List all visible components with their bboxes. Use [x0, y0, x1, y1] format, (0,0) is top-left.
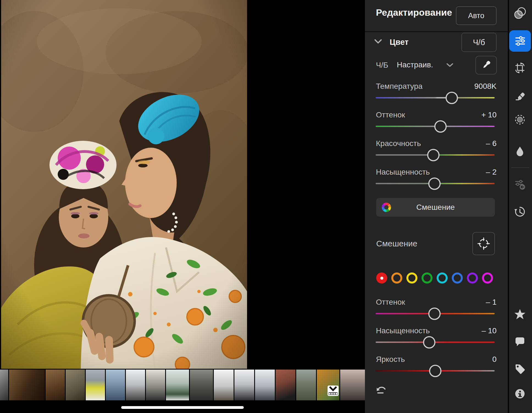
mix-color-blue[interactable]: [452, 272, 463, 283]
blur-droplet-icon[interactable]: [514, 145, 526, 157]
filmstrip-thumb-camo-hunter[interactable]: [296, 370, 316, 400]
app-window: Редактирование Авто Цвет Ч/б Ч/Б Настраи…: [0, 0, 532, 413]
filmstrip-thumb-blonde-woman[interactable]: [46, 370, 65, 400]
masking-icon[interactable]: [514, 114, 526, 126]
slider-knob[interactable]: [429, 365, 441, 377]
slider-track[interactable]: [376, 313, 495, 314]
slider-knob[interactable]: [428, 177, 441, 190]
rail-divider-line: [511, 167, 530, 168]
comment-icon[interactable]: [514, 335, 526, 347]
filmstrip-thumb-black-fur-snow[interactable]: [234, 370, 254, 400]
mix-color-red[interactable]: [376, 272, 387, 283]
slider-track[interactable]: [376, 370, 495, 371]
slider-knob[interactable]: [446, 92, 458, 104]
slider-label: Яркость: [376, 355, 405, 364]
copy-settings-icon-disabled: [514, 178, 526, 190]
color-mix-button[interactable]: Смешение: [376, 198, 495, 217]
slider-track[interactable]: [376, 342, 495, 343]
slider-tint: Оттенок+ 10: [365, 108, 508, 136]
slider-value: – 10: [482, 326, 497, 335]
target-icon: [477, 237, 490, 250]
slider-knob[interactable]: [427, 149, 440, 161]
slider-label: Оттенок: [376, 111, 405, 119]
mix-color-orange[interactable]: [391, 272, 402, 283]
slider-luminance: Яркость0: [365, 352, 508, 381]
header-divider: [365, 31, 508, 32]
tool-rail: [509, 0, 532, 413]
thumbnail-sync-badge: [328, 386, 339, 396]
selected-color-indicator: [380, 277, 383, 280]
color-mix-button-label: Смешение: [416, 203, 455, 212]
slider-hue: Оттенок– 1: [365, 295, 508, 324]
tag-icon[interactable]: [514, 363, 526, 375]
slider-knob[interactable]: [434, 120, 447, 133]
slider-label: Оттенок: [376, 298, 405, 307]
star-rating-icon[interactable]: [514, 308, 526, 320]
mix-sliders: Оттенок– 1Насыщенность– 10Яркость0: [365, 295, 508, 381]
filmstrip-thumb-winter-dark-partial[interactable]: [340, 370, 365, 400]
filmstrip-thumb-fur-coat-snow[interactable]: [126, 370, 145, 400]
main-photo[interactable]: [1, 0, 247, 369]
filmstrip-thumb-sepia-couple[interactable]: [9, 370, 45, 400]
filmstrip-thumb-snow-portrait[interactable]: [255, 370, 275, 400]
mix-color-cyan[interactable]: [437, 272, 448, 283]
auto-button[interactable]: Авто: [456, 6, 497, 25]
bw-profile-value[interactable]: Настраив.: [397, 60, 433, 69]
eyedropper-icon: [481, 60, 491, 70]
slider-value: 0: [492, 355, 497, 364]
slider-value: 9008K: [474, 82, 497, 91]
slider-knob[interactable]: [423, 336, 435, 348]
filmstrip-thumb-captain-stripes[interactable]: [106, 370, 125, 400]
slider-mix-saturation: Насыщенность– 10: [365, 324, 508, 352]
bw-toggle-button[interactable]: Ч/б: [461, 33, 497, 52]
slider-label: Насыщенность: [376, 326, 430, 335]
mix-section-title: Смешение: [376, 239, 417, 248]
mix-color-magenta[interactable]: [482, 272, 493, 283]
info-icon[interactable]: [514, 388, 526, 400]
filmstrip-thumb-turtleneck-brick[interactable]: [276, 370, 295, 400]
slider-value: – 1: [486, 298, 497, 307]
eyedropper-button[interactable]: [475, 56, 497, 75]
color-sliders: Температура9008KОттенок+ 10Красочность– …: [365, 79, 508, 194]
slider-knob[interactable]: [428, 307, 441, 320]
filmstrip-thumb-policeman-vest[interactable]: [86, 370, 105, 400]
filmstrip-thumb-man-with-cat[interactable]: [66, 370, 85, 400]
filmstrip-thumb-bw-portrait[interactable]: [0, 370, 8, 400]
filmstrip-thumb-fur-hat-snow[interactable]: [214, 370, 234, 400]
slider-track[interactable]: [376, 126, 495, 127]
mix-color-green[interactable]: [422, 272, 433, 283]
slider-label: Насыщенность: [376, 168, 430, 177]
slider-label: Красочность: [376, 139, 421, 148]
adjust-sliders-icon: [514, 35, 527, 47]
mix-color-yellow[interactable]: [406, 272, 417, 283]
mix-color-dots: [376, 272, 493, 283]
targeted-adjustment-button[interactable]: [472, 232, 495, 255]
edit-panel: Редактирование Авто Цвет Ч/б Ч/Б Настраи…: [365, 0, 508, 413]
edit-adjust-tool-active[interactable]: [509, 30, 531, 52]
section-collapse-chevron-icon[interactable]: [374, 39, 382, 44]
home-indicator[interactable]: [121, 406, 244, 409]
slider-temperature: Температура9008K: [365, 79, 508, 108]
filmstrip-thumb-snow-trees[interactable]: [166, 370, 189, 400]
slider-label: Температура: [376, 82, 423, 91]
color-section-title: Цвет: [390, 38, 409, 47]
slider-value: – 6: [486, 139, 497, 148]
mix-color-violet[interactable]: [467, 272, 478, 283]
undo-button[interactable]: [376, 385, 387, 395]
profile-dropdown-chevron-icon[interactable]: [446, 63, 453, 67]
filmstrip-thumb-dark-figure-building[interactable]: [190, 370, 213, 400]
filmstrip-thumb-dark-coat-white[interactable]: [146, 370, 165, 400]
crop-rotate-icon[interactable]: [514, 62, 526, 74]
healing-eraser-icon[interactable]: [514, 89, 526, 101]
slider-track[interactable]: [376, 154, 495, 156]
history-icon[interactable]: [514, 206, 526, 218]
slider-value: – 2: [486, 168, 497, 177]
slider-track[interactable]: [376, 183, 495, 184]
filmstrip-thumb-autumn-man-dog[interactable]: [317, 370, 339, 400]
panel-title: Редактирование: [376, 7, 452, 18]
slider-vibrance: Красочность– 6: [365, 136, 508, 165]
color-wheel-icon: [382, 203, 391, 212]
presets-icon[interactable]: [514, 7, 526, 19]
slider-saturation: Насыщенность– 2: [365, 165, 508, 194]
slider-track[interactable]: [376, 97, 495, 98]
